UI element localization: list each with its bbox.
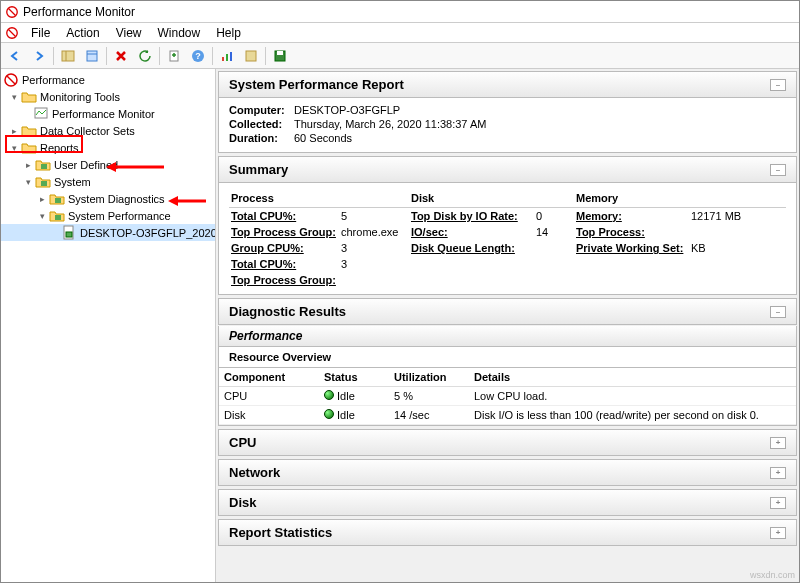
col-disk: Disk [409, 189, 574, 208]
collapse-icon[interactable]: ▾ [23, 176, 34, 187]
total-cpu-value: 5 [339, 208, 409, 225]
report-title-header[interactable]: System Performance Report – [218, 71, 797, 98]
tree-root[interactable]: Performance [1, 71, 215, 88]
delete-button[interactable] [110, 45, 132, 67]
group-cpu-label: Group CPU%: [229, 240, 339, 256]
monitor-icon [33, 106, 49, 122]
collapse-toggle-icon[interactable]: – [770, 164, 786, 176]
menu-file[interactable]: File [23, 24, 58, 42]
expand-icon[interactable]: ▸ [23, 159, 34, 170]
table-button[interactable] [240, 45, 262, 67]
overview-title: Resource Overview [229, 351, 331, 363]
cell-details: Disk I/O is less than 100 (read/write) p… [469, 406, 796, 425]
tree-label: Performance Monitor [52, 108, 155, 120]
cell-utilization: 5 % [389, 387, 469, 406]
collapse-toggle-icon[interactable]: – [770, 306, 786, 318]
network-section-title: Network [229, 465, 280, 480]
folder-icon [21, 140, 37, 156]
svg-rect-12 [226, 54, 228, 61]
svg-text:?: ? [195, 51, 201, 61]
tree-performance-monitor[interactable]: Performance Monitor [1, 105, 215, 122]
summary-header[interactable]: Summary – [218, 156, 797, 183]
help-button[interactable]: ? [187, 45, 209, 67]
report-folder-icon [49, 208, 65, 224]
svg-rect-16 [277, 51, 283, 55]
diagnostic-header[interactable]: Diagnostic Results – [218, 298, 797, 325]
svg-line-3 [9, 29, 16, 36]
folder-icon [21, 89, 37, 105]
performance-label: Performance [229, 329, 302, 343]
tree-data-collector-sets[interactable]: ▸ Data Collector Sets [1, 122, 215, 139]
back-button[interactable] [4, 45, 26, 67]
meta-computer-value: DESKTOP-O3FGFLP [294, 104, 786, 116]
report-folder-icon [49, 191, 65, 207]
menu-window[interactable]: Window [150, 24, 209, 42]
overview-body: Component Status Utilization Details CPU… [218, 368, 797, 426]
expand-icon[interactable]: ▸ [37, 193, 48, 204]
meta-duration-value: 60 Seconds [294, 132, 786, 144]
properties-button[interactable] [81, 45, 103, 67]
menubar: File Action View Window Help [1, 23, 799, 43]
summary-title: Summary [229, 162, 288, 177]
refresh-button[interactable] [134, 45, 156, 67]
folder-icon [21, 123, 37, 139]
tree-label: Monitoring Tools [40, 91, 120, 103]
tree-label: System Performance [68, 210, 171, 222]
cell-details: Low CPU load. [469, 387, 796, 406]
tree-system[interactable]: ▾ System [1, 173, 215, 190]
overview-row-disk: Disk Idle 14 /sec Disk I/O is less than … [219, 406, 796, 425]
report-folder-icon [35, 157, 51, 173]
forward-button[interactable] [28, 45, 50, 67]
report-folder-icon [35, 174, 51, 190]
svg-line-1 [9, 8, 16, 15]
tree-label: System [54, 176, 91, 188]
tree-user-defined[interactable]: ▸ User Defined [1, 156, 215, 173]
show-hide-button[interactable] [57, 45, 79, 67]
disk-section-header[interactable]: Disk + [218, 489, 797, 516]
network-section-header[interactable]: Network + [218, 459, 797, 486]
tree-reports[interactable]: ▾ Reports [1, 139, 215, 156]
tree-system-performance[interactable]: ▾ System Performance [1, 207, 215, 224]
expand-icon[interactable]: ▸ [9, 125, 20, 136]
performance-icon [3, 72, 19, 88]
separator [212, 47, 213, 65]
app-icon-small [5, 26, 19, 40]
collapse-icon[interactable]: ▾ [9, 91, 20, 102]
disk-queue-label: Disk Queue Length: [409, 240, 534, 256]
cell-status: Idle [337, 409, 355, 421]
titlebar: Performance Monitor [1, 1, 799, 23]
tree-system-diagnostics[interactable]: ▸ System Diagnostics [1, 190, 215, 207]
private-ws-label: Private Working Set: [574, 240, 689, 256]
expand-toggle-icon[interactable]: + [770, 467, 786, 479]
watermark: wsxdn.com [750, 570, 795, 580]
report-pane[interactable]: System Performance Report – Computer: DE… [216, 69, 799, 582]
total-cpu2-value: 3 [339, 256, 409, 272]
cell-utilization: 14 /sec [389, 406, 469, 425]
expand-toggle-icon[interactable]: + [770, 527, 786, 539]
tree-selected-report[interactable]: DESKTOP-O3FGFLP_20200326 [1, 224, 215, 241]
expand-toggle-icon[interactable]: + [770, 497, 786, 509]
report-stats-header[interactable]: Report Statistics + [218, 519, 797, 546]
export-button[interactable] [163, 45, 185, 67]
save-button[interactable] [269, 45, 291, 67]
performance-subheader[interactable]: Performance [218, 326, 797, 347]
svg-rect-6 [87, 51, 97, 61]
summary-body: Process Disk Memory Total CPU%: 5 Top Di… [218, 183, 797, 295]
overview-row-cpu: CPU Idle 5 % Low CPU load. [219, 387, 796, 406]
meta-collected-value: Thursday, March 26, 2020 11:38:37 AM [294, 118, 786, 130]
collapse-icon[interactable]: ▾ [9, 142, 20, 153]
col-details: Details [469, 368, 796, 387]
cpu-section-header[interactable]: CPU + [218, 429, 797, 456]
collapse-toggle-icon[interactable]: – [770, 79, 786, 91]
collapse-icon[interactable]: ▾ [37, 210, 48, 221]
menu-action[interactable]: Action [58, 24, 107, 42]
tree-monitoring-tools[interactable]: ▾ Monitoring Tools [1, 88, 215, 105]
top-process-group-value: chrome.exe [339, 224, 409, 240]
menu-help[interactable]: Help [208, 24, 249, 42]
expand-toggle-icon[interactable]: + [770, 437, 786, 449]
memory-value: 12171 MB [689, 208, 786, 225]
tree-label: User Defined [54, 159, 118, 171]
menu-view[interactable]: View [108, 24, 150, 42]
chart-button[interactable] [216, 45, 238, 67]
meta-computer-label: Computer: [229, 104, 294, 116]
